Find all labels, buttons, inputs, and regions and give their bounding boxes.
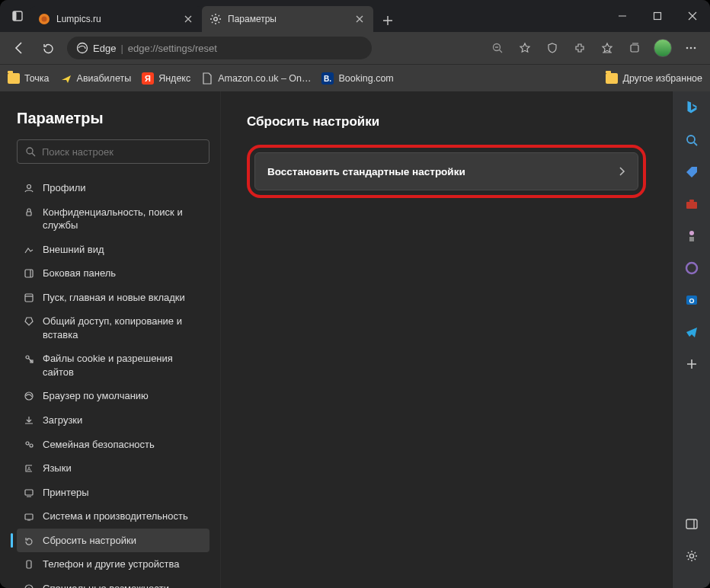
svg-rect-27 [25, 490, 33, 495]
zoom-button[interactable] [485, 35, 510, 61]
settings-nav-item[interactable]: Принтеры [17, 481, 209, 505]
close-icon[interactable] [182, 13, 194, 25]
reset-defaults-card[interactable]: Восстановить стандартные настройки [254, 152, 638, 190]
address-bar[interactable]: Edge | edge://settings/reset [67, 37, 372, 59]
shield-icon[interactable] [539, 35, 565, 61]
highlight-annotation: Восстановить стандартные настройки [247, 145, 646, 198]
bookmark-tochka[interactable]: Точка [8, 72, 50, 85]
refresh-button[interactable] [35, 35, 61, 61]
briefcase-icon[interactable] [683, 195, 701, 213]
favicon-lumpics [38, 13, 50, 25]
svg-point-3 [42, 17, 47, 22]
settings-nav-item[interactable]: Конфиденциальность, поиск и службы [17, 200, 209, 238]
bookmark-yandex[interactable]: ЯЯндекс [142, 72, 190, 85]
settings-nav-item[interactable]: Внешний вид [17, 238, 209, 262]
favorite-button[interactable] [512, 35, 538, 61]
svg-rect-20 [25, 294, 33, 302]
settings-nav-item[interactable]: Семейная безопасность [17, 433, 209, 457]
titlebar: Lumpics.ru Параметры [0, 0, 710, 32]
settings-nav-item[interactable]: Телефон и другие устройства [17, 552, 209, 577]
svg-rect-41 [686, 519, 697, 529]
bookmark-other[interactable]: Другое избранное [606, 72, 702, 85]
sidebar-toggle-icon[interactable] [683, 515, 701, 533]
collections-button[interactable] [622, 35, 648, 61]
bookmark-aviatickets[interactable]: Авиабилеты [60, 72, 132, 85]
telegram-icon[interactable] [683, 323, 701, 341]
settings-title: Параметры [17, 110, 209, 127]
svg-text:Я: Я [145, 74, 151, 83]
settings-nav-item[interactable]: Специальные возможности [17, 577, 209, 588]
settings-gear-icon[interactable] [683, 547, 701, 565]
nav-icon [23, 439, 35, 451]
page-icon [201, 72, 213, 85]
svg-point-17 [27, 185, 31, 189]
nav-label: Специальные возможности [43, 582, 169, 588]
close-window-button[interactable] [675, 0, 710, 32]
svg-rect-36 [689, 237, 694, 241]
settings-nav-item[interactable]: Система и производительность [17, 504, 209, 529]
svg-rect-5 [654, 13, 661, 20]
settings-nav-item[interactable]: Сбросить настройки [17, 529, 209, 553]
profile-avatar[interactable] [654, 39, 672, 57]
extensions-button[interactable] [567, 35, 593, 61]
svg-text:A: A [27, 466, 31, 471]
tag-icon[interactable] [683, 163, 701, 181]
svg-point-4 [214, 18, 218, 21]
search-icon[interactable] [683, 131, 701, 149]
menu-button[interactable] [678, 35, 704, 61]
favorites-button[interactable] [594, 35, 620, 61]
settings-nav-item[interactable]: Пуск, главная и новые вкладки [17, 286, 209, 310]
settings-nav-item[interactable]: Загрузки [17, 408, 209, 433]
svg-point-33 [687, 136, 695, 143]
new-tab-button[interactable] [376, 9, 399, 32]
section-title: Сбросить настройки [247, 114, 646, 129]
games-icon[interactable] [683, 227, 701, 245]
settings-sidebar: Параметры ПрофилиКонфиденциальность, пои… [0, 91, 221, 588]
svg-point-42 [689, 554, 693, 558]
settings-nav-item[interactable]: Браузер по умолчанию [17, 384, 209, 408]
svg-point-16 [27, 148, 33, 154]
svg-point-38 [686, 263, 697, 273]
settings-nav-item[interactable]: Профили [17, 176, 209, 200]
settings-search[interactable] [17, 139, 209, 164]
minimize-button[interactable] [605, 0, 640, 32]
search-input[interactable] [42, 146, 201, 158]
nav-icon [23, 487, 35, 499]
maximize-button[interactable] [640, 0, 675, 32]
nav-icon [23, 558, 35, 570]
nav-label: Система и производительность [43, 510, 188, 523]
outlook-icon[interactable]: O [683, 291, 701, 309]
nav-label: Загрузки [43, 414, 82, 427]
settings-nav-item[interactable]: Общий доступ, копирование и вставка [17, 309, 209, 347]
tab-lumpics[interactable]: Lumpics.ru [30, 6, 202, 32]
nav-icon: A [23, 462, 35, 475]
tab-strip: Lumpics.ru Параметры [30, 0, 605, 32]
office-icon[interactable] [683, 259, 701, 277]
settings-nav-item[interactable]: Файлы cookie и разрешения сайтов [17, 347, 209, 384]
settings-nav-item[interactable]: Боковая панель [17, 261, 209, 286]
bookmark-booking[interactable]: B.Booking.com [321, 72, 393, 85]
nav-label: Браузер по умолчанию [43, 389, 149, 403]
tab-actions-button[interactable] [5, 3, 30, 29]
svg-point-11 [694, 47, 696, 50]
nav-label: Сбросить настройки [43, 534, 136, 548]
svg-point-9 [686, 47, 689, 50]
settings-nav-item[interactable]: AЯзыки [17, 456, 209, 481]
tab-settings[interactable]: Параметры [202, 6, 373, 32]
plane-icon [60, 72, 72, 85]
card-label: Восстановить стандартные настройки [267, 166, 465, 177]
nav-icon [23, 583, 35, 588]
close-icon[interactable] [353, 13, 366, 25]
bookmark-amazon[interactable]: Amazon.co.uk – On… [201, 72, 311, 85]
svg-rect-35 [689, 200, 694, 202]
edge-icon [76, 42, 88, 54]
nav-label: Общий доступ, копирование и вставка [43, 315, 203, 341]
bing-icon[interactable] [683, 99, 701, 117]
svg-rect-8 [631, 45, 638, 52]
svg-point-24 [26, 442, 29, 445]
booking-icon: B. [321, 72, 334, 85]
svg-point-10 [690, 47, 692, 50]
back-button[interactable] [6, 35, 32, 61]
add-sidebar-button[interactable] [683, 355, 701, 373]
svg-rect-29 [27, 561, 31, 568]
